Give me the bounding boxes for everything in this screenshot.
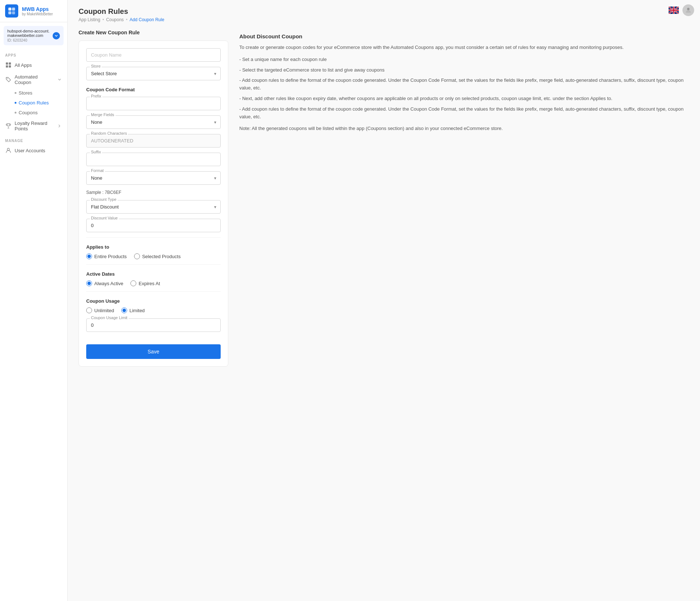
info-point-3: - Next, add other rules like coupon expi… — [239, 95, 689, 103]
separator-3 — [86, 291, 221, 292]
random-characters-label: Random Characters — [90, 131, 128, 135]
breadcrumb-sep-1: • — [102, 17, 104, 22]
breadcrumb-app-listing[interactable]: App Listing — [79, 17, 100, 22]
applies-to-radio-group: Entire Products Selected Products — [86, 253, 221, 259]
sidebar-item-coupons[interactable]: Coupons — [0, 108, 67, 118]
unlimited-label: Unlimited — [94, 308, 114, 313]
coupon-rules-label: Coupon Rules — [19, 100, 49, 106]
svg-point-11 — [687, 8, 690, 10]
merge-fields-select-wrapper: None Field 1 Field 2 — [86, 115, 221, 129]
info-point-4: - Add coupon rules to define the format … — [239, 106, 689, 121]
suffix-field: Suffix — [86, 153, 221, 166]
coupon-usage-limit-field: Coupon Usage Limit — [86, 318, 221, 332]
user-avatar[interactable] — [682, 4, 694, 16]
info-column: About Discount Coupon To create or gener… — [239, 30, 689, 367]
page-title: Coupon Rules — [79, 7, 689, 16]
coupon-name-input[interactable] — [86, 48, 221, 62]
coupon-usage-label: Coupon Usage — [86, 298, 221, 304]
sidebar-item-automated-coupon[interactable]: Automated Coupon — [0, 71, 67, 88]
merge-fields-label: Merge Fields — [90, 112, 115, 117]
sidebar-item-user-accounts[interactable]: User Accounts — [0, 144, 67, 157]
info-point-1: - Select the targeted eCommerce store to… — [239, 66, 689, 74]
sidebar-item-loyalty-reward[interactable]: Loyalty Reward Points — [0, 118, 67, 134]
coupon-usage-radio-group: Unlimited Limited — [86, 307, 221, 313]
suffix-input[interactable] — [86, 153, 221, 166]
info-note: Note: All the generated coupons will be … — [239, 125, 689, 133]
app-layout: MWB Apps by MakeWebBetter hubspot-demo-a… — [0, 0, 700, 601]
account-id: ID: 6203240 — [7, 38, 53, 42]
info-intro: To create or generate coupon codes for y… — [239, 44, 689, 51]
coupon-usage-limit-input[interactable] — [86, 318, 221, 332]
create-section-title: Create New Coupon Rule — [79, 30, 228, 35]
form-column: Create New Coupon Rule Store Select Stor… — [79, 30, 228, 367]
coupon-usage-limit-label: Coupon Usage Limit — [90, 315, 129, 320]
entire-products-radio[interactable] — [86, 253, 92, 259]
format-field: Format None Uppercase Lowercase — [86, 171, 221, 185]
breadcrumb-current: Add Coupon Rule — [130, 17, 164, 22]
save-button[interactable]: Save — [86, 344, 221, 359]
user-accounts-label: User Accounts — [15, 148, 62, 153]
info-point-0: - Set a unique name for each coupon rule — [239, 56, 689, 64]
format-select[interactable]: None Uppercase Lowercase — [86, 171, 221, 185]
selected-products-option[interactable]: Selected Products — [134, 253, 181, 259]
discount-value-label: Discount Value — [90, 216, 119, 220]
limited-option[interactable]: Limited — [121, 307, 145, 313]
unlimited-option[interactable]: Unlimited — [86, 307, 114, 313]
always-active-option[interactable]: Always Active — [86, 280, 123, 286]
account-info: hubspot-demo-account.makewebbetter.com I… — [7, 29, 53, 42]
active-dates-radio-group: Always Active Expires At — [86, 280, 221, 286]
discount-type-select[interactable]: Flat Discount Percentage Discount — [86, 200, 221, 214]
entire-products-label: Entire Products — [94, 254, 127, 259]
automated-coupon-label: Automated Coupon — [15, 74, 54, 85]
discount-type-field: Discount Type Flat Discount Percentage D… — [86, 200, 221, 214]
random-characters-value: AUTOGENERATED — [86, 134, 221, 148]
tag-icon — [5, 76, 12, 83]
svg-point-9 — [7, 148, 9, 150]
store-select[interactable]: Select Store Store 1 Store 2 — [86, 67, 221, 80]
format-select-wrapper: None Uppercase Lowercase — [86, 171, 221, 185]
sidebar-item-stores[interactable]: Stores — [0, 88, 67, 98]
main-content: Coupon Rules App Listing • Coupons • Add… — [68, 0, 700, 601]
page-area: Coupon Rules App Listing • Coupons • Add… — [68, 0, 700, 374]
selected-products-radio[interactable] — [134, 253, 140, 259]
discount-value-input[interactable] — [86, 219, 221, 232]
suffix-label: Suffix — [90, 150, 102, 154]
svg-rect-4 — [6, 62, 8, 65]
sidebar: MWB Apps by MakeWebBetter hubspot-demo-a… — [0, 0, 68, 601]
selected-products-label: Selected Products — [142, 254, 181, 259]
separator-1 — [86, 237, 221, 238]
account-chevron-icon[interactable] — [53, 32, 60, 39]
svg-rect-6 — [6, 65, 8, 68]
always-active-radio[interactable] — [86, 280, 92, 286]
prefix-input[interactable] — [86, 97, 221, 110]
account-box[interactable]: hubspot-demo-account.makewebbetter.com I… — [4, 26, 64, 45]
discount-value-field: Discount Value — [86, 219, 221, 232]
sub-dot-coupon-rules — [15, 102, 16, 104]
store-select-wrapper: Select Store Store 1 Store 2 — [86, 67, 221, 80]
breadcrumb-coupons[interactable]: Coupons — [106, 17, 124, 22]
sub-dot-stores — [15, 92, 16, 94]
sidebar-header: MWB Apps by MakeWebBetter — [0, 0, 67, 22]
stores-label: Stores — [19, 90, 33, 96]
merge-fields-field: Merge Fields None Field 1 Field 2 — [86, 115, 221, 129]
merge-fields-select[interactable]: None Field 1 Field 2 — [86, 115, 221, 129]
unlimited-radio[interactable] — [86, 307, 92, 313]
store-label: Store — [90, 64, 102, 68]
user-icon — [5, 147, 12, 154]
prefix-field: Prefix — [86, 97, 221, 110]
limited-radio[interactable] — [121, 307, 127, 313]
sidebar-item-all-apps[interactable]: All Apps — [0, 59, 67, 71]
all-apps-label: All Apps — [15, 62, 62, 68]
entire-products-option[interactable]: Entire Products — [86, 253, 127, 259]
sub-dot-coupons — [15, 112, 16, 114]
expires-at-label: Expires At — [138, 281, 160, 286]
coupon-name-field — [86, 48, 221, 62]
chevron-right-icon — [57, 123, 62, 129]
sidebar-item-coupon-rules[interactable]: Coupon Rules — [0, 98, 67, 108]
trophy-icon — [5, 123, 12, 129]
language-flag[interactable] — [669, 7, 679, 14]
expires-at-radio[interactable] — [130, 280, 136, 286]
coupons-label: Coupons — [19, 110, 38, 115]
svg-rect-5 — [9, 62, 11, 65]
expires-at-option[interactable]: Expires At — [130, 280, 160, 286]
